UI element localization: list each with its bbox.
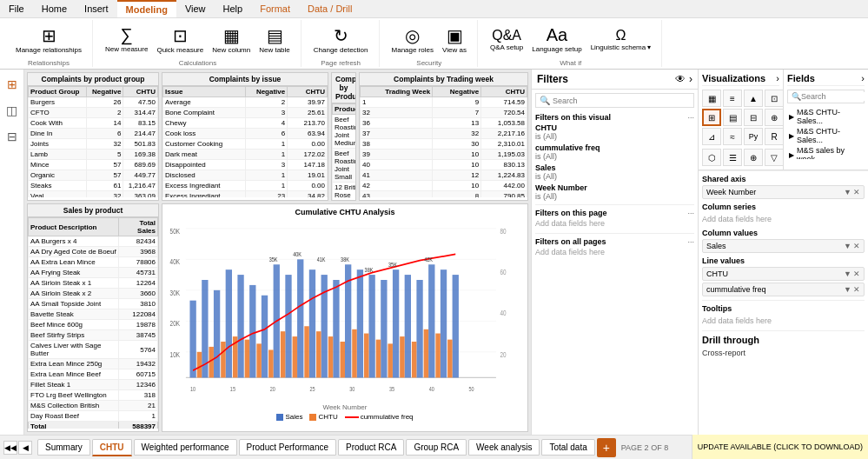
nav-prev-button[interactable]: ◀ bbox=[18, 441, 32, 455]
viz-r-button[interactable]: R bbox=[765, 128, 784, 145]
svg-rect-57 bbox=[424, 329, 428, 378]
viz-funnel-button[interactable]: ⊿ bbox=[702, 128, 721, 145]
filters-all-options-button[interactable]: ··· bbox=[687, 237, 694, 246]
table-row: FTO Lrg Beef Wellington318 bbox=[29, 390, 158, 401]
table-row: Fillet Steak 112346 bbox=[29, 380, 158, 390]
tab-total-data[interactable]: Total data bbox=[541, 439, 594, 456]
quick-measure-button[interactable]: ⊡ Quick measure bbox=[153, 23, 207, 57]
update-bar[interactable]: UPDATE AVAILABLE (CLICK TO DOWNLOAD) bbox=[692, 435, 868, 459]
ribbon-group-qa: Q&A Q&A setup Aa Language setup Ω Lingui… bbox=[480, 20, 662, 67]
tab-chtu[interactable]: CHTU bbox=[92, 439, 132, 456]
change-detection-icon: ↻ bbox=[334, 25, 348, 46]
language-schema-button[interactable]: Aa Language setup bbox=[528, 23, 585, 56]
viz-table-button[interactable]: ▤ bbox=[723, 109, 742, 126]
filters-add-all-data[interactable]: Add data fields here bbox=[535, 246, 694, 258]
left-icon-model[interactable]: ⊟ bbox=[3, 127, 22, 146]
left-icon-data[interactable]: ◫ bbox=[3, 101, 22, 120]
tab-product-perf[interactable]: Product Performance bbox=[239, 439, 337, 456]
left-icon-report[interactable]: ⊞ bbox=[3, 75, 22, 94]
sales-field-chevron[interactable]: ▼ bbox=[844, 242, 851, 250]
table-row: 438790.85 bbox=[361, 191, 527, 198]
shared-axis-field-name: Week Number bbox=[706, 188, 756, 196]
chtu-field-chevron[interactable]: ▼ bbox=[844, 269, 851, 278]
chtu-field-remove[interactable]: ✕ bbox=[853, 269, 860, 278]
viz-scatter-button[interactable]: ⊡ bbox=[765, 90, 784, 107]
add-column-series-data[interactable]: Add data fields here bbox=[702, 213, 865, 225]
view-as-button[interactable]: ▣ View as bbox=[439, 23, 470, 57]
manage-relationships-button[interactable]: ⊞ Manage relationships bbox=[12, 23, 85, 57]
tab-insert[interactable]: Insert bbox=[76, 0, 117, 17]
cumfreq-field-remove[interactable]: ✕ bbox=[853, 285, 860, 294]
new-column-button[interactable]: ▦ New column bbox=[209, 23, 254, 57]
svg-text:10K: 10K bbox=[170, 350, 180, 359]
tab-product-rca[interactable]: Product RCA bbox=[338, 439, 404, 456]
table-row: Customer Cooking10.00 bbox=[163, 139, 328, 150]
table-row: Steaks611,216.47 bbox=[29, 181, 158, 191]
manage-roles-button[interactable]: ◎ Manage roles bbox=[388, 23, 437, 57]
filters-eye-button[interactable]: 👁 bbox=[675, 73, 686, 85]
linguistic-schema-button[interactable]: Ω Linguistic schema ▾ bbox=[587, 26, 655, 54]
tab-format[interactable]: Format bbox=[251, 0, 299, 17]
tab-view[interactable]: View bbox=[176, 0, 215, 17]
bottom-panels-row: Sales by product Product Description Tot… bbox=[27, 203, 528, 432]
complaints-product-title: Complaints by Product bbox=[332, 73, 355, 103]
field-item-ms-sales[interactable]: ▶ M&S sales by week bbox=[787, 145, 865, 159]
viz-chevron-button[interactable]: › bbox=[776, 73, 779, 83]
filters-page-options-button[interactable]: ··· bbox=[687, 209, 694, 217]
filter-cumfreq: cummulative freq is (All) bbox=[535, 143, 694, 161]
tab-home[interactable]: Home bbox=[33, 0, 76, 17]
viz-fields-column: Visualizations › ▦ ≡ ▲ ⊡ ◉ ⊞ ▤ ⊟ bbox=[699, 70, 868, 435]
tab-weighted[interactable]: Weighted performance bbox=[134, 439, 237, 456]
new-measure-button[interactable]: ∑ New measure bbox=[102, 23, 151, 56]
viz-card-button[interactable]: ⊕ bbox=[765, 109, 784, 126]
viz-icon-btn-4[interactable]: ▽ bbox=[765, 149, 784, 166]
tab-data-drill[interactable]: Data / Drill bbox=[299, 0, 361, 17]
chart-legend: Sales CHTU cummulative freq bbox=[166, 413, 524, 421]
viz-combo-button[interactable]: ⊞ bbox=[702, 109, 721, 126]
filters-add-page-data[interactable]: Add data fields here bbox=[535, 217, 694, 230]
cumfreq-field-chevron[interactable]: ▼ bbox=[844, 285, 851, 294]
filters-search-input[interactable] bbox=[553, 96, 690, 105]
table-row: Joints32501.83 bbox=[29, 139, 158, 150]
filters-visual-options-button[interactable]: ··· bbox=[687, 113, 694, 122]
viz-icon-btn-2[interactable]: ☰ bbox=[723, 149, 742, 166]
column-series-section: Column series Add data fields here bbox=[702, 203, 865, 225]
filters-page-label: Filters on this page bbox=[535, 209, 607, 217]
new-table-button[interactable]: ▤ New table bbox=[255, 23, 294, 57]
viz-gauge-button[interactable]: ≈ bbox=[723, 128, 742, 145]
qa-setup-button[interactable]: Q&A Q&A setup bbox=[487, 26, 527, 54]
shared-axis-remove[interactable]: ✕ bbox=[853, 188, 860, 196]
viz-matrix-button[interactable]: ⊟ bbox=[744, 109, 763, 126]
shared-axis-chevron[interactable]: ▼ bbox=[844, 188, 851, 196]
viz-bar-chart-button[interactable]: ▦ bbox=[702, 90, 721, 107]
field-item-ms-chtu-2[interactable]: ▶ M&S CHTU-Sales... bbox=[787, 126, 865, 145]
nav-first-button[interactable]: ◀◀ bbox=[3, 441, 17, 455]
sales-field-remove[interactable]: ✕ bbox=[853, 242, 860, 250]
change-detection-button[interactable]: ↻ Change detection bbox=[310, 23, 372, 57]
complaints-issue-title: Complaints by issue bbox=[162, 73, 328, 86]
viz-area-chart-button[interactable]: ▲ bbox=[744, 90, 763, 107]
filters-chevron-button[interactable]: › bbox=[689, 73, 692, 85]
svg-rect-40 bbox=[221, 342, 225, 377]
svg-text:35K: 35K bbox=[388, 261, 397, 268]
add-tooltips-data[interactable]: Add data fields here bbox=[702, 315, 865, 327]
fields-search-input[interactable] bbox=[801, 92, 868, 101]
viz-icon-btn-3[interactable]: ⊕ bbox=[744, 149, 763, 166]
tab-week-analysis[interactable]: Week analysis bbox=[468, 439, 540, 456]
tab-modeling[interactable]: Modeling bbox=[117, 0, 176, 17]
field-name-1: M&S CHTU-Sales... bbox=[797, 108, 863, 125]
tab-summary[interactable]: Summary bbox=[37, 439, 90, 456]
viz-line-chart-button[interactable]: ≡ bbox=[723, 90, 742, 107]
cumfreq-field-row: cummulative freq ▼ ✕ bbox=[702, 283, 865, 296]
tab-group-rca[interactable]: Group RCA bbox=[406, 439, 467, 456]
viz-python-button[interactable]: Py bbox=[744, 128, 763, 145]
field-item-ms-chtu-1[interactable]: ▶ M&S CHTU-Sales... bbox=[787, 107, 865, 126]
add-tab-button[interactable]: + bbox=[597, 438, 616, 457]
tab-file[interactable]: File bbox=[0, 0, 33, 17]
table-row: Extra Lean Mince Beef60715 bbox=[29, 369, 158, 380]
right-panels: Filters 👁 › 🔍 Filters on th bbox=[531, 70, 868, 435]
viz-icon-btn-1[interactable]: ⬡ bbox=[702, 149, 721, 166]
tab-help[interactable]: Help bbox=[215, 0, 252, 17]
svg-text:41K: 41K bbox=[317, 256, 326, 263]
fields-chevron-button[interactable]: › bbox=[861, 73, 865, 83]
